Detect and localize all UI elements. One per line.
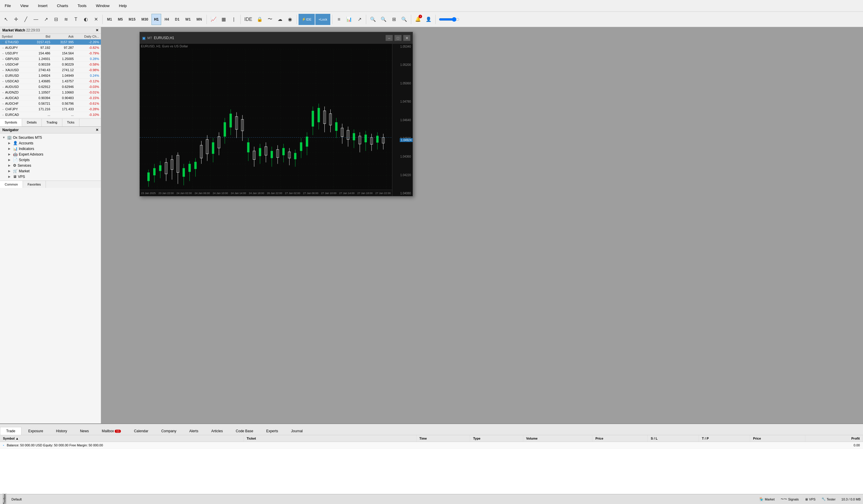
- toolbar-grid[interactable]: ⊞: [389, 14, 399, 25]
- chart-window-titlebar[interactable]: ▣ MT EURUSD,H1 – □ ✕: [140, 32, 413, 44]
- toolbar-zoom-slider[interactable]: [437, 14, 461, 25]
- toolbar-chart-mode[interactable]: 📈: [209, 14, 218, 25]
- chart-content[interactable]: EURUSD, H1: Euro vs US Dollar: [140, 44, 413, 196]
- mw-row[interactable]: ↔ USDCHF 0.90159 0.90229 -0.58%: [0, 62, 101, 67]
- mw-row[interactable]: ↔ AUDNZD 1.10507 1.10660 -0.01%: [0, 90, 101, 95]
- nav-tab-favorites[interactable]: Favorites: [23, 181, 46, 188]
- chart-maximize-btn[interactable]: □: [395, 35, 401, 41]
- col-price[interactable]: Price: [592, 435, 648, 442]
- mw-row[interactable]: ↔ AUDCHF 0.56721 0.56796 -0.61%: [0, 101, 101, 106]
- nav-item-vps[interactable]: ▶ 🖥 VPS: [7, 174, 100, 179]
- col-sl[interactable]: S / L: [648, 435, 699, 442]
- tf-m30[interactable]: M30: [139, 14, 151, 25]
- status-vps[interactable]: 🖥 VPS: [805, 497, 816, 501]
- mw-col-symbol[interactable]: Symbol: [0, 34, 28, 39]
- nav-item-services[interactable]: ▶ ⚙ Services: [7, 163, 100, 168]
- toolbar-lock[interactable]: 🔒: [255, 14, 265, 25]
- status-tester[interactable]: 🔧 Tester: [822, 497, 836, 501]
- trade-tab-codebase[interactable]: Code Base: [230, 427, 260, 435]
- trade-tab-articles[interactable]: Articles: [205, 427, 229, 435]
- toolbar-zoom-in[interactable]: 🔍: [368, 14, 378, 25]
- toolbar-zoom-out[interactable]: 🔍: [378, 14, 389, 25]
- market-watch-close-btn[interactable]: ✕: [96, 28, 99, 32]
- nav-item-scripts[interactable]: ▶ 📄 Scripts: [7, 157, 100, 163]
- col-volume[interactable]: Volume: [523, 435, 592, 442]
- toolbar-chart-mode2[interactable]: 📊: [344, 14, 354, 25]
- toolbar-crosshair[interactable]: ✛: [11, 14, 21, 25]
- tf-d1[interactable]: D1: [172, 14, 182, 25]
- trade-tab-company[interactable]: Company: [155, 427, 183, 435]
- toolbar-chart-type[interactable]: ▦: [219, 14, 228, 25]
- status-market[interactable]: 🏪 Market: [760, 497, 775, 501]
- col-profit[interactable]: Profit: [805, 435, 863, 442]
- menu-view[interactable]: View: [18, 2, 31, 9]
- menu-help[interactable]: Help: [116, 2, 129, 9]
- mw-row[interactable]: ↔ EURUSD 1.04924 1.04949 0.24%: [0, 73, 101, 78]
- mw-tab-details[interactable]: Details: [22, 119, 42, 126]
- status-signals[interactable]: 〜〜 Signals: [781, 497, 799, 501]
- new-order-btn[interactable]: + Lock: [315, 14, 330, 25]
- col-tp[interactable]: T / P: [699, 435, 750, 442]
- nav-tab-common[interactable]: Common: [0, 181, 23, 188]
- mw-row[interactable]: ↔ CHFJPY 171.216 171.433 -0.28%: [0, 106, 101, 112]
- col-symbol[interactable]: Symbol ▲: [0, 435, 243, 442]
- tf-mn[interactable]: MN: [194, 14, 205, 25]
- trade-tab-trade[interactable]: Trade: [0, 427, 22, 435]
- mw-row[interactable]: ↔ GBPUSD 1.24931 1.25005 0.28%: [0, 56, 101, 62]
- menu-insert[interactable]: Insert: [36, 2, 50, 9]
- toolbar-alerts[interactable]: 🔔 1: [413, 14, 423, 25]
- toolbar-greenbot[interactable]: ◉: [285, 14, 295, 25]
- toolbar-profile[interactable]: 👤: [424, 14, 434, 25]
- col-time[interactable]: Time: [416, 435, 470, 442]
- toolbar-signal[interactable]: 〜: [265, 14, 275, 25]
- mw-row[interactable]: ↔ AUDUSD 0.62912 0.62946 -0.03%: [0, 84, 101, 90]
- mw-col-change[interactable]: Daily Ch...: [76, 34, 101, 39]
- nav-item-accounts[interactable]: ▶ 👤 Accounts: [7, 140, 100, 146]
- chart-close-btn[interactable]: ✕: [403, 35, 410, 41]
- toolbar-levels[interactable]: ≡: [334, 14, 343, 25]
- trade-tab-calendar[interactable]: Calendar: [128, 427, 154, 435]
- mw-row[interactable]: ↔ EURCAD ... ... -0.10%: [0, 112, 101, 118]
- zoom-slider-input[interactable]: [439, 17, 460, 22]
- nav-item-indicators[interactable]: ▶ 📊 Indicators: [7, 146, 100, 151]
- menu-tools[interactable]: Tools: [75, 2, 89, 9]
- candlestick-chart-svg[interactable]: [140, 49, 392, 190]
- mw-tab-ticks[interactable]: Ticks: [62, 119, 79, 126]
- nav-item-market[interactable]: ▶ 🛒 Market: [7, 168, 100, 174]
- col-ticket[interactable]: Ticket: [243, 435, 416, 442]
- mw-col-bid[interactable]: Bid: [28, 34, 52, 39]
- trade-tab-mailbox[interactable]: Mailbox11: [96, 427, 127, 435]
- mw-row[interactable]: ↔ USDJPY 154.486 154.564 -0.79%: [0, 51, 101, 56]
- toolbar-period-sep[interactable]: |: [229, 14, 239, 25]
- toolbar-delete[interactable]: ✕: [91, 14, 101, 25]
- toolbar-cloud[interactable]: ☁: [275, 14, 285, 25]
- mw-row[interactable]: ↔ XAUUSD 2740.43 2741.12 -0.98%: [0, 67, 101, 73]
- toolbar-trendline[interactable]: ↗: [41, 14, 51, 25]
- mw-col-ask[interactable]: Ask: [52, 34, 76, 39]
- mw-row[interactable]: ↔ ETHUSD 3157.415 3157.995 -2.26%: [0, 39, 101, 45]
- tf-h1[interactable]: H1: [151, 14, 161, 25]
- toolbar-objects[interactable]: ↗: [355, 14, 364, 25]
- trade-tab-history[interactable]: History: [50, 427, 73, 435]
- nav-item-broker[interactable]: ▼ 🏢 Ox Securities MT5: [1, 135, 100, 140]
- trade-tab-journal[interactable]: Journal: [285, 427, 309, 435]
- mw-row[interactable]: ↔ AUDCAD 0.90394 0.90483 -0.15%: [0, 95, 101, 101]
- mw-tab-trading[interactable]: Trading: [42, 119, 62, 126]
- chart-minimize-btn[interactable]: –: [386, 35, 393, 41]
- toolbar-indicators[interactable]: ≋: [61, 14, 71, 25]
- toolbar-line[interactable]: ╱: [21, 14, 30, 25]
- tf-m5[interactable]: M5: [115, 14, 126, 25]
- col-price2[interactable]: Price: [750, 435, 805, 442]
- trade-tab-experts[interactable]: Experts: [260, 427, 285, 435]
- tf-m15[interactable]: M15: [126, 14, 138, 25]
- nav-item-ea[interactable]: ▶ 🤖 Expert Advisors: [7, 151, 100, 157]
- mw-tab-symbols[interactable]: Symbols: [0, 119, 22, 126]
- toolbar-text[interactable]: T: [71, 14, 80, 25]
- menu-window[interactable]: Window: [93, 2, 112, 9]
- trade-tab-alerts[interactable]: Alerts: [183, 427, 205, 435]
- menu-charts[interactable]: Charts: [54, 2, 70, 9]
- toolbar-channel[interactable]: ⊟: [51, 14, 61, 25]
- tf-w1[interactable]: W1: [183, 14, 193, 25]
- trade-tab-news[interactable]: News: [74, 427, 95, 435]
- toolbar-shapes[interactable]: ◐: [81, 14, 91, 25]
